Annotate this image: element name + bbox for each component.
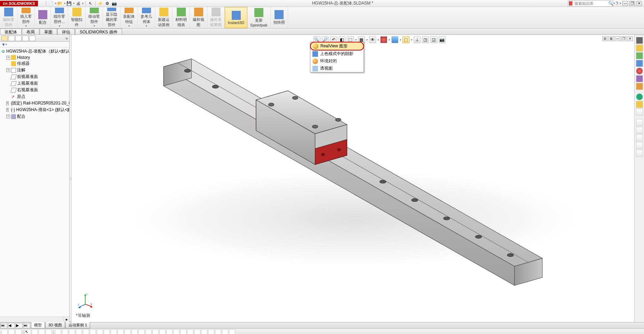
bb-icon[interactable] [173,329,180,334]
collapse-panel-icon[interactable]: » [65,36,68,41]
tree-top-plane[interactable]: 上视基准面 [0,80,69,87]
bb-icon[interactable] [159,329,166,334]
file-explorer-icon[interactable] [636,52,643,59]
sw-resources-icon[interactable] [636,37,643,44]
bb-icon[interactable] [69,329,75,334]
appearances-icon[interactable] [636,68,643,75]
bb-icon[interactable] [62,329,68,334]
bb-icon[interactable] [194,329,200,334]
dim-icon[interactable] [636,109,643,116]
update-speedpak-button[interactable]: 更新 Speedpak [247,7,271,28]
tab-addins[interactable]: SOLIDWORKS 插件 [75,29,122,34]
bb-icon[interactable] [229,329,235,334]
bb-icon[interactable] [104,329,110,334]
bb-icon[interactable] [132,329,138,334]
task-icon-b[interactable] [636,127,643,134]
task-icon-a[interactable] [636,119,643,126]
bb-icon[interactable] [90,329,96,334]
insert-component-button[interactable]: 插入零 部件▾ [17,7,35,28]
smart-fastener-button[interactable]: 智能扣 件 [68,7,86,28]
camera-icon[interactable]: 📷 [439,36,446,43]
task-icon-d[interactable] [636,142,643,149]
bb-icon[interactable] [215,329,221,334]
instant3d-button[interactable]: Instant3D [225,7,247,28]
scroll-last-icon[interactable]: ⏭ [23,323,30,328]
bb-icon[interactable] [125,329,131,334]
bb-icon[interactable] [76,329,82,334]
pin-green-icon[interactable] [636,93,643,100]
search-box[interactable]: 📕 🔍 ▾ [568,0,613,7]
filter-icon[interactable]: ▼ [1,42,6,47]
open-icon[interactable]: 📂 [57,1,63,6]
display-manager-tab[interactable] [29,36,35,41]
perspective-menuitem[interactable]: 透视图 [310,65,364,72]
screenshot-icon[interactable]: 📷 [111,1,118,6]
mate-button[interactable]: 配合 [35,7,51,28]
tree-front-plane[interactable]: 前视基准面 [0,73,69,80]
tab-assembly[interactable]: 装配体 [0,29,22,34]
rebuild-icon[interactable]: ⚡ [97,1,104,6]
normal-to-icon[interactable]: ⊥ [414,36,421,43]
bb-icon[interactable] [138,329,145,334]
custom-props-icon[interactable] [636,75,643,82]
tree-root[interactable]: ⚙ HGW25HA-总-装配体（默认<默认_显示 [0,48,69,55]
move-component-button[interactable]: 移动零 部件▾ [86,7,103,28]
design-library-icon[interactable] [636,45,643,52]
bb-icon[interactable] [180,329,186,334]
bb-icon[interactable] [152,329,159,334]
motion-study-button[interactable]: 新建运 动算例 [155,7,173,28]
snapshot-button[interactable]: 拍快照 [271,7,288,28]
reference-geom-button[interactable]: 参考几 何体▾ [138,7,155,28]
bb-icon[interactable] [201,329,207,334]
search-input[interactable] [573,1,608,6]
tree-history[interactable]: +History [0,55,69,60]
bb-icon[interactable] [187,329,193,334]
task-icon-e[interactable] [636,150,643,157]
bb-icon[interactable] [222,329,228,334]
config-manager-tab[interactable] [15,36,22,41]
tree-right-plane[interactable]: 右视基准面 [0,87,69,93]
bb-icon[interactable] [166,329,173,334]
bom-button[interactable]: 材料明 细表 [173,7,190,28]
bb-icon[interactable] [15,329,22,334]
save-icon[interactable]: 💾 [66,1,72,6]
tree-mates[interactable]: +配合 [0,113,69,120]
linear-pattern-button[interactable]: 线性零 部件...▾ [51,7,68,28]
bb-icon[interactable] [39,329,45,334]
property-manager-tab[interactable] [8,36,15,41]
print-icon[interactable]: 🖨 [75,1,81,6]
help-icon[interactable]: ? [616,1,618,6]
measure-icon[interactable] [636,101,643,108]
bb-icon[interactable] [97,329,103,334]
scroll-right-icon[interactable]: ▸ [64,317,69,322]
bb-icon[interactable] [111,329,117,334]
bb-icon[interactable] [118,329,124,334]
view-cube2-icon[interactable]: ◲ [430,36,437,43]
tree-origin[interactable]: ↗原点 [0,93,69,100]
bb-icon[interactable] [145,329,152,334]
tree-annotations[interactable]: +注解 [0,67,69,73]
appearance-icon[interactable] [380,36,387,43]
tab-layout[interactable]: 布局 [22,29,39,34]
tree-rail-part[interactable]: +(固定) Rail-HGR25R05201-20_0-导轨 [0,100,69,107]
assembly-feature-button[interactable]: 装配体 特征▾ [120,7,138,28]
show-hidden-button[interactable]: 显示隐 藏的零 部件 [103,7,120,28]
bb-icon[interactable] [208,329,214,334]
task-icon-c[interactable] [636,134,643,141]
toolbox-icon[interactable] [636,83,643,90]
close-button[interactable]: ✕ [636,1,642,6]
motion-study-tab[interactable]: 运动算例 1 [65,322,90,328]
hide-show-icon[interactable]: 👁 [369,36,376,43]
view-cube-icon[interactable]: ◳ [422,36,429,43]
bb-icon[interactable] [8,329,15,334]
shadows-menuitem[interactable]: 上色模式中的阴影 [310,50,364,57]
scroll-prev-icon[interactable]: ◀ [8,323,15,328]
bb-icon[interactable] [46,329,52,334]
select-icon[interactable]: ↖ [87,1,94,6]
bb-icon[interactable] [1,329,8,334]
options-icon[interactable]: ⚙ [104,1,111,6]
scroll-next-icon[interactable]: ▶ [16,323,23,328]
tree-slider-part[interactable]: +(-) HGW25HA-滑块<1> (默认<默认_ [0,107,69,113]
restore-button[interactable]: ❐ [629,1,635,6]
minimize-button[interactable]: — [622,1,628,6]
